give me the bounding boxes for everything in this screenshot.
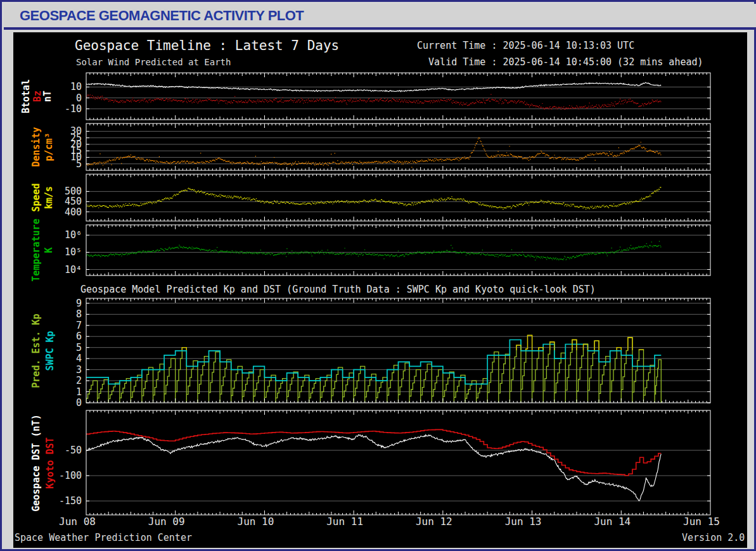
series-Density: [86, 137, 661, 167]
panel-dst-index-ticks: [86, 410, 710, 515]
panel-solar-wind-bfield-series: [86, 82, 661, 109]
ytick-kp-index: 1: [76, 386, 82, 398]
panel-solar-wind-speed-ticks: [86, 174, 710, 221]
ytick-solar-wind-bfield: 0: [76, 92, 82, 104]
page-title: GEOSPACE GEOMAGNETIC ACTIVITY PLOT: [20, 8, 304, 24]
ytick-kp-index: 2: [76, 375, 82, 386]
ytick-kp-index: 8: [76, 308, 82, 320]
ytick-solar-wind-bfield: 10: [70, 81, 82, 92]
panel-solar-wind-temperature-border: [86, 225, 710, 276]
footer-source: Space Weather Prediction Center: [15, 533, 192, 543]
panel-solar-wind-bfield: 100-10: [65, 73, 710, 120]
panel-solar-wind-density: 30252015105: [70, 124, 710, 170]
panel-dst-index-border: [86, 410, 710, 515]
ylabel-solar-wind-temperature-0: Temperature: [30, 218, 42, 281]
xtick-label: Jun 12: [416, 516, 452, 528]
series-SWPC Kp: [86, 340, 661, 384]
xtick-label: Jun 14: [594, 516, 631, 528]
x-axis-labels: Jun 08Jun 09Jun 10Jun 11Jun 12Jun 13Jun …: [59, 516, 720, 528]
ylabel-solar-wind-speed-0: Speed: [30, 183, 42, 212]
ytick-solar-wind-temperature: 10⁶: [65, 229, 82, 241]
xtick-label: Jun 08: [59, 516, 96, 528]
page-title-bar: GEOSPACE GEOMAGNETIC ACTIVITY PLOT: [4, 4, 756, 27]
panel-solar-wind-density-series: [86, 137, 661, 167]
title-separator: [4, 27, 756, 30]
ylabel-solar-wind-density-0: Density: [30, 127, 42, 167]
panel-kp-index: 9876543210: [76, 298, 710, 408]
ytick-solar-wind-temperature: 10⁴: [65, 264, 82, 276]
panel-solar-wind-speed: 500450400: [65, 174, 710, 221]
ylabel-solar-wind-bfield-0: Btotal: [20, 79, 32, 113]
ytick-solar-wind-density: 5: [76, 158, 82, 170]
page-frame: GEOSPACE GEOMAGNETIC ACTIVITY PLOT Geosp…: [0, 0, 756, 551]
panel-solar-wind-temperature: 10⁶10⁵10⁴: [65, 225, 710, 276]
ylabel-solar-wind-speed-1: km/s: [43, 186, 54, 209]
ytick-kp-index: 0: [76, 397, 82, 408]
footer-version: Version 2.0: [682, 533, 745, 543]
ytick-solar-wind-speed: 400: [65, 206, 82, 218]
panel-solar-wind-speed-gridlines: [86, 191, 710, 212]
ytick-kp-index: 3: [76, 364, 82, 376]
chart-canvas: 100-103025201510550045040010⁶10⁵10⁴98765…: [13, 32, 747, 548]
panel-dst-index: -50-100-150: [59, 410, 710, 515]
ytick-kp-index: 9: [76, 298, 82, 309]
panel-solar-wind-bfield-ticks: [86, 73, 710, 120]
ylabel-solar-wind-density-1: p/cm³: [43, 132, 54, 161]
ytick-solar-wind-bfield: -10: [65, 103, 82, 115]
ytick-kp-index: 4: [76, 353, 82, 364]
geospace-timeline-plot: Geospace Timeline : Latest 7 Days Solar …: [13, 32, 747, 548]
panel-solar-wind-density-ticks: [86, 124, 710, 170]
ytick-dst-index: -150: [59, 495, 82, 507]
ytick-kp-index: 7: [76, 320, 82, 331]
panel-solar-wind-speed-series: [86, 187, 661, 210]
panel-solar-wind-bfield-border: [86, 73, 710, 120]
panel-solar-wind-speed-border: [86, 174, 710, 221]
ytick-kp-index: 6: [76, 331, 82, 342]
panel-kp-index-series: [86, 336, 661, 403]
ytick-kp-index: 5: [76, 342, 82, 353]
xtick-label: Jun 11: [326, 516, 363, 528]
panel-dst-index-gridlines: [86, 450, 710, 501]
panel-solar-wind-density-gridlines: [86, 131, 710, 163]
series-Bz: [86, 94, 661, 109]
ylabel-solar-wind-bfield-2: nT: [42, 91, 53, 102]
ylabel-kp-index-1: SWPC Kp: [44, 331, 56, 370]
series-Speed: [86, 187, 661, 210]
panel-solar-wind-density-border: [86, 124, 710, 170]
xtick-label: Jun 13: [505, 516, 542, 528]
ylabel-dst-index-0: Geospace DST (nT): [30, 414, 42, 512]
panel-solar-wind-temperature-series: [86, 241, 661, 260]
xtick-label: Jun 15: [683, 516, 720, 528]
series-Geospace DST: [86, 434, 661, 500]
panel-solar-wind-bfield-gridlines: [86, 87, 710, 108]
ylabel-dst-index-1: Kyoto DST: [44, 437, 56, 488]
xtick-label: Jun 10: [238, 516, 274, 528]
series-Temperature: [86, 241, 661, 260]
panel-dst-index-series: [86, 429, 661, 500]
series-Pred. Est. Kp: [86, 336, 661, 403]
panel-solar-wind-temperature-ticks: [86, 225, 710, 276]
ytick-dst-index: -50: [65, 445, 82, 456]
ytick-solar-wind-temperature: 10⁵: [65, 246, 82, 258]
ylabel-kp-index-0: Pred. Est. Kp: [30, 314, 42, 388]
series-Pred. Est. Kp-storm: [86, 336, 661, 403]
ylabel-solar-wind-temperature-1: K: [43, 247, 54, 253]
panel-solar-wind-temperature-gridlines: [86, 235, 710, 269]
ytick-dst-index: -100: [59, 470, 82, 481]
xtick-label: Jun 09: [148, 516, 185, 528]
